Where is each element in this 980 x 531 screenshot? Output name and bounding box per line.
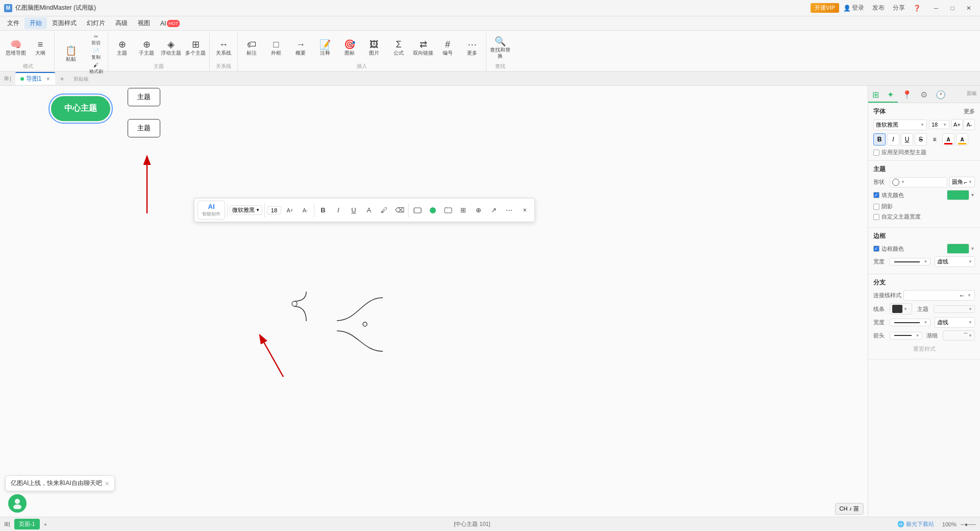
minimize-button[interactable]: ─	[929, 3, 943, 13]
font-underline-button[interactable]: U	[901, 133, 913, 146]
ch-button[interactable]: CH ♪ 苗	[835, 503, 864, 515]
topic-select-branch[interactable]: ▼	[934, 305, 975, 313]
share-button[interactable]: 分享	[893, 4, 905, 12]
toolbar-btn-mindmap[interactable]: 🧠 思维导图	[4, 33, 28, 63]
ft-collapse[interactable]: ✕	[518, 204, 531, 217]
ft-italic[interactable]: I	[332, 204, 345, 217]
font-size-select[interactable]: 18 ▼	[929, 120, 949, 129]
menu-file[interactable]: 文件	[2, 17, 24, 29]
chat-close-button[interactable]: ×	[105, 479, 109, 488]
ft-branch[interactable]: ⊕	[472, 204, 485, 217]
font-strikethrough-button[interactable]: S	[915, 133, 927, 146]
menu-slides[interactable]: 幻灯片	[82, 17, 110, 29]
toolbar-btn-subtopic[interactable]: ⊕ 子主题	[135, 33, 158, 63]
toolbar-btn-bidirectional[interactable]: ⇄ 双向链接	[411, 33, 435, 63]
shape-select[interactable]: ▼	[890, 177, 947, 187]
branch-arrow-select[interactable]: ▼	[890, 332, 922, 340]
panel-layout-btn[interactable]: 面板	[964, 88, 980, 103]
ft-connection-line[interactable]: ↗	[487, 204, 501, 217]
toolbar-btn-outline[interactable]: ≡ 大纲	[29, 33, 52, 63]
toolbar-btn-annotation[interactable]: 🏷 标注	[240, 33, 263, 63]
menu-page-style[interactable]: 页面样式	[47, 17, 82, 29]
font-bold-button[interactable]: B	[873, 133, 886, 146]
ft-highlight[interactable]: 🖊	[378, 204, 391, 217]
branch-dash-select[interactable]: 虚线 ▼	[935, 317, 975, 328]
tab-diagram1[interactable]: 导图1 ✕	[15, 72, 55, 85]
toolbar-btn-numbering[interactable]: # 编号	[436, 33, 459, 63]
zoom-slider[interactable]: ─●──	[961, 521, 976, 527]
tab-close-icon[interactable]: ✕	[46, 76, 50, 82]
close-button[interactable]: ✕	[962, 3, 976, 13]
fill-color-checkbox[interactable]: ✓	[873, 192, 879, 198]
center-node[interactable]: 中心主题	[51, 96, 110, 121]
toolbar-btn-find-replace[interactable]: 🔍 查找和替换	[488, 33, 512, 63]
toolbar-btn-floating-topic[interactable]: ◈ 浮动主题	[159, 33, 183, 63]
ft-bold[interactable]: B	[316, 204, 330, 217]
font-size-decrease[interactable]: A-	[964, 119, 975, 130]
connection-style-select[interactable]: ← ▼	[903, 290, 975, 301]
ft-size-down[interactable]: A-	[299, 204, 312, 217]
toolbar-btn-relationship[interactable]: ↔ 关系线	[212, 33, 235, 63]
font-highlight-button[interactable]: A	[956, 133, 968, 146]
toolbar-btn-more-insert[interactable]: ⋯ 更多	[460, 33, 484, 63]
panel-tab-ai[interactable]: ✦	[883, 88, 898, 103]
ai-avatar[interactable]	[8, 494, 27, 513]
fill-color-arrow[interactable]: ▼	[970, 192, 975, 198]
font-color-button[interactable]: A	[942, 133, 954, 146]
border-color-swatch[interactable]	[947, 244, 969, 254]
ft-fill[interactable]	[426, 204, 439, 217]
toolbar-btn-topic[interactable]: ⊕ 主题	[110, 33, 134, 63]
help-button[interactable]: ❓	[913, 5, 921, 12]
corner-select[interactable]: 圆角 ⌐ ▼	[949, 177, 975, 187]
ft-more[interactable]: ⋯	[503, 204, 516, 217]
toolbar-btn-outline-frame[interactable]: □ 外框	[264, 33, 288, 63]
vip-button[interactable]: 开通VIP	[811, 3, 839, 13]
apply-same-type-checkbox[interactable]	[873, 150, 879, 156]
ft-font-select[interactable]: 微软雅黑 ▼	[230, 205, 262, 215]
line-color-select[interactable]: ▼	[890, 303, 912, 315]
border-color-checkbox[interactable]: ✓	[873, 246, 879, 252]
login-button[interactable]: 👤 登录	[843, 4, 864, 12]
canvas[interactable]: 中心主题 主题 主题 AI 智能创作	[0, 86, 868, 517]
ft-ai-button[interactable]: AI 智能创作	[198, 201, 225, 220]
topic-node-top[interactable]: 主题	[128, 88, 160, 106]
toolbar-btn-note[interactable]: 📝 注释	[313, 33, 337, 63]
shadow-checkbox[interactable]	[873, 204, 879, 210]
toolbar-btn-paste[interactable]: 📋 粘贴	[57, 39, 85, 69]
page-tab-1[interactable]: 页面-1	[14, 519, 40, 529]
font-italic-button[interactable]: I	[887, 133, 899, 146]
branch-width-select[interactable]: ▼	[890, 319, 930, 326]
font-family-select[interactable]: 微软雅黑 ▼	[873, 119, 927, 130]
ft-font-color[interactable]: A	[362, 204, 376, 217]
panel-tab-location[interactable]: 📍	[898, 88, 916, 103]
fill-color-swatch[interactable]	[947, 190, 969, 200]
maximize-button[interactable]: □	[945, 3, 960, 13]
font-align-button[interactable]: ≡	[928, 133, 941, 146]
toolbar-btn-format-brush[interactable]: 🖌 格式刷	[86, 61, 106, 76]
panel-tab-style[interactable]: ⊞	[868, 88, 883, 103]
font-size-increase[interactable]: A+	[951, 119, 963, 130]
toolbar-btn-image[interactable]: 🖼 图片	[362, 33, 386, 63]
ft-font-size[interactable]: 18	[267, 206, 281, 214]
tab-add-button[interactable]: +	[57, 74, 67, 84]
ft-layout[interactable]: ⊞	[457, 204, 470, 217]
reset-style-button[interactable]: 重置样式	[873, 343, 975, 355]
border-dash-select[interactable]: 虚线 ▼	[935, 256, 975, 267]
toolbar-btn-cut[interactable]: ✂ 剪切	[86, 33, 106, 47]
topic-node-bottom[interactable]: 主题	[128, 119, 160, 137]
toolbar-btn-copy[interactable]: 📄 复制	[86, 47, 106, 61]
branch-thin-select[interactable]: ⌒ ▼	[943, 330, 975, 341]
ft-border-btn[interactable]	[442, 204, 455, 217]
panel-font-more[interactable]: 更多	[964, 108, 975, 115]
toolbar-btn-multi-topic[interactable]: ⊞ 多个主题	[184, 33, 207, 63]
ft-underline[interactable]: U	[347, 204, 360, 217]
toolbar-btn-icon[interactable]: 🎯 图标	[338, 33, 361, 63]
toolbar-btn-summary[interactable]: → 概要	[289, 33, 312, 63]
panel-tab-time[interactable]: 🕐	[932, 88, 950, 103]
menu-start[interactable]: 开始	[24, 17, 47, 29]
border-color-arrow[interactable]: ▼	[970, 246, 975, 251]
menu-ai[interactable]: AI HOT	[155, 18, 185, 29]
ft-eraser[interactable]: ⌫	[393, 204, 406, 217]
ft-shape[interactable]	[411, 204, 424, 217]
menu-advanced[interactable]: 高级	[110, 17, 133, 29]
